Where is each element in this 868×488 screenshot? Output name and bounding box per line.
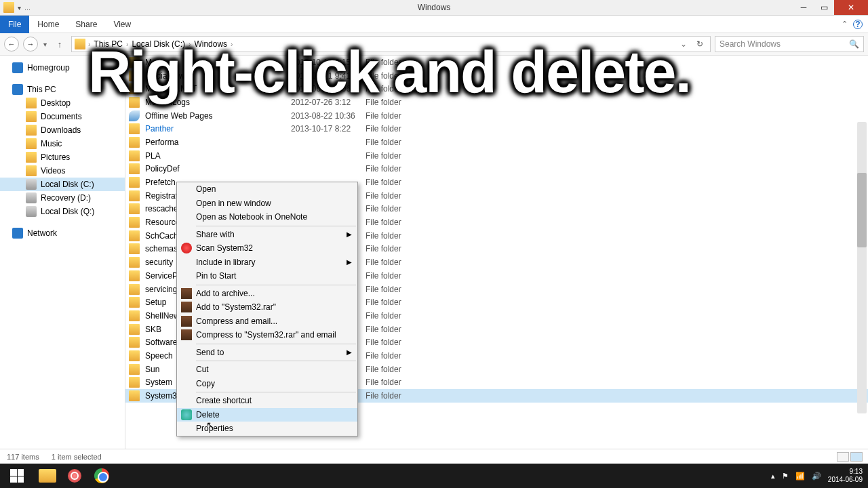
folder-icon — [129, 364, 140, 375]
submenu-arrow-icon: ▶ — [347, 258, 352, 266]
back-button[interactable]: ← — [4, 37, 19, 52]
file-name: Performa — [145, 138, 291, 147]
ctx-cut[interactable]: Cut — [177, 363, 357, 377]
tray-network-icon[interactable]: 📶 — [795, 472, 805, 481]
forward-button[interactable]: → — [23, 37, 38, 52]
file-type: File folder — [366, 138, 401, 147]
maximize-button[interactable]: ▭ — [814, 0, 834, 15]
ctx-include-library[interactable]: Include in library▶ — [177, 256, 357, 270]
taskbar-chrome[interactable] — [88, 464, 115, 488]
separator — [196, 285, 356, 285]
scan-icon — [181, 243, 192, 253]
folder-icon — [129, 377, 140, 388]
archive-icon — [181, 288, 192, 299]
ribbon: File Home Share View ⌃ ? — [0, 16, 868, 33]
view-details-icon[interactable] — [837, 452, 849, 462]
ctx-create-shortcut[interactable]: Create shortcut — [177, 394, 357, 408]
close-button[interactable]: ✕ — [834, 0, 868, 15]
file-name: Offline Web Pages — [145, 111, 291, 121]
ctx-open[interactable]: Open — [177, 182, 357, 197]
file-type: File folder — [366, 311, 401, 321]
start-button[interactable] — [0, 464, 34, 488]
sidebar-item-local-q[interactable]: Local Disk (Q:) — [0, 205, 125, 218]
up-button[interactable]: ↑ — [52, 37, 67, 52]
file-type: File folder — [366, 271, 401, 281]
context-menu: Open Open in new window Open as Notebook… — [176, 182, 358, 436]
ctx-properties[interactable]: Properties — [177, 422, 357, 436]
ctx-add-archive[interactable]: Add to archive... — [177, 287, 357, 301]
tray-up-icon[interactable]: ▴ — [771, 472, 775, 481]
search-icon[interactable]: 🔍 — [849, 39, 859, 49]
folder-icon — [129, 137, 140, 148]
tray-flag-icon[interactable]: ⚑ — [782, 472, 789, 481]
drive-icon — [26, 192, 37, 203]
folder-icon — [26, 111, 37, 122]
minimize-button[interactable]: ─ — [793, 0, 814, 15]
taskbar: ▴ ⚑ 📶 🔊 9:13 2014-06-09 — [0, 464, 868, 488]
system-tray[interactable]: ▴ ⚑ 📶 🔊 9:13 2014-06-09 — [771, 468, 863, 484]
sidebar-item-downloads[interactable]: Downloads — [0, 123, 125, 137]
scrollbar[interactable] — [857, 122, 867, 413]
history-dropdown[interactable]: ▾ — [42, 41, 48, 48]
file-row[interactable]: PolicyDefFile folder — [125, 163, 868, 176]
pc-icon — [12, 84, 23, 95]
tray-clock[interactable]: 9:13 2014-06-09 — [828, 468, 863, 484]
view-tab[interactable]: View — [105, 16, 139, 33]
folder-icon — [129, 203, 140, 214]
sidebar-item-network[interactable]: Network — [0, 226, 125, 240]
scroll-thumb[interactable] — [857, 173, 867, 247]
archive-icon — [181, 302, 192, 312]
taskbar-explorer[interactable] — [34, 464, 61, 488]
ctx-pin-start[interactable]: Pin to Start — [177, 269, 357, 283]
sidebar-item-music[interactable]: Music — [0, 137, 125, 150]
file-type: File folder — [366, 218, 401, 227]
ctx-send-to[interactable]: Send to▶ — [177, 346, 357, 360]
search-input[interactable]: Search Windows 🔍 — [715, 36, 864, 52]
ctx-open-new-window[interactable]: Open in new window — [177, 197, 357, 211]
separator — [196, 226, 356, 226]
overlay-text: Right-click and delete. — [88, 37, 690, 106]
file-type: File folder — [366, 244, 401, 253]
file-type: File folder — [366, 111, 401, 121]
tray-volume-icon[interactable]: 🔊 — [812, 472, 821, 481]
ctx-add-rar[interactable]: Add to "System32.rar" — [177, 300, 357, 314]
ctx-scan[interactable]: Scan System32 — [177, 241, 357, 256]
sidebar-item-videos[interactable]: Videos — [0, 164, 125, 178]
ribbon-collapse-icon[interactable]: ⌃ — [842, 20, 848, 28]
file-tab[interactable]: File — [0, 16, 29, 33]
folder-icon — [26, 125, 37, 136]
folder-icon — [26, 138, 37, 149]
ctx-compress-email[interactable]: Compress and email... — [177, 314, 357, 329]
ctx-copy[interactable]: Copy — [177, 377, 357, 391]
ctx-delete[interactable]: Delete — [177, 408, 357, 422]
app-icon — [68, 469, 81, 483]
file-type: File folder — [366, 178, 401, 187]
folder-icon — [129, 123, 140, 134]
folder-icon — [129, 230, 140, 241]
file-type: File folder — [366, 338, 401, 347]
refresh-icon[interactable]: ↻ — [692, 39, 707, 49]
sidebar-item-documents[interactable]: Documents — [0, 110, 125, 123]
home-tab[interactable]: Home — [29, 16, 67, 33]
ctx-share-with[interactable]: Share with▶ — [177, 228, 357, 242]
sidebar-item-recovery-d[interactable]: Recovery (D:) — [0, 191, 125, 205]
file-row[interactable]: PerformaFile folder — [125, 136, 868, 149]
view-icons-icon[interactable] — [850, 452, 863, 462]
sidebar-item-local-c[interactable]: Local Disk (C:) — [0, 178, 125, 191]
sidebar-item-pictures[interactable]: Pictures — [0, 150, 125, 164]
quick-access-dd[interactable]: ▾ — [18, 4, 21, 12]
file-row[interactable]: PLAFile folder — [125, 149, 868, 163]
folder-icon — [75, 39, 85, 49]
folder-icon — [129, 337, 140, 348]
statusbar: 117 items 1 item selected — [0, 449, 868, 464]
file-date: 2013-10-17 8:22 — [291, 124, 366, 134]
ctx-onenote[interactable]: Open as Notebook in OneNote — [177, 210, 357, 224]
file-row[interactable]: Offline Web Pages2013-08-22 10:36File fo… — [125, 109, 868, 123]
drive-icon — [26, 179, 37, 190]
file-row[interactable]: Panther2013-10-17 8:22File folder — [125, 122, 868, 136]
help-icon[interactable]: ? — [853, 20, 863, 29]
archive-icon — [181, 329, 192, 340]
share-tab[interactable]: Share — [67, 16, 105, 33]
taskbar-app[interactable] — [61, 464, 88, 488]
ctx-compress-rar-email[interactable]: Compress to "System32.rar" and email — [177, 328, 357, 342]
